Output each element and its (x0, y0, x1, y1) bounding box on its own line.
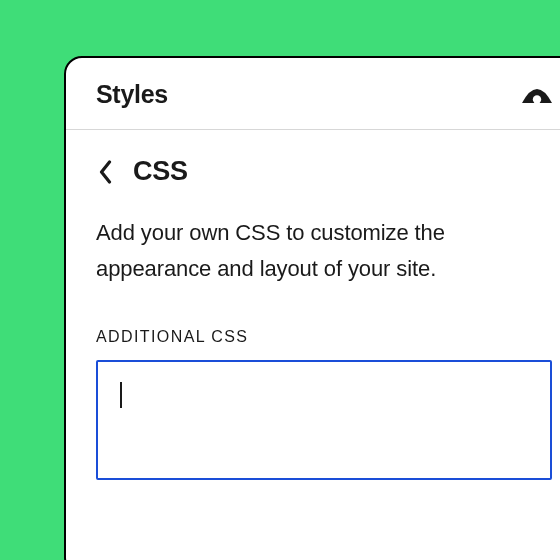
back-button[interactable] (96, 158, 115, 186)
eye-icon (520, 83, 554, 107)
styles-panel: Styles CSS Add your own CSS to customize… (64, 56, 560, 560)
svg-point-0 (533, 95, 541, 103)
css-editor[interactable] (96, 360, 552, 480)
section-title: CSS (133, 156, 188, 187)
panel-title: Styles (96, 80, 168, 109)
panel-body: CSS Add your own CSS to customize the ap… (66, 130, 560, 480)
preview-button[interactable] (520, 83, 554, 107)
panel-header: Styles (66, 58, 560, 130)
breadcrumb: CSS (96, 156, 552, 187)
css-field-label: ADDITIONAL CSS (96, 328, 552, 346)
text-cursor (120, 382, 122, 408)
chevron-left-icon (98, 160, 113, 184)
section-description: Add your own CSS to customize the appear… (96, 215, 552, 286)
